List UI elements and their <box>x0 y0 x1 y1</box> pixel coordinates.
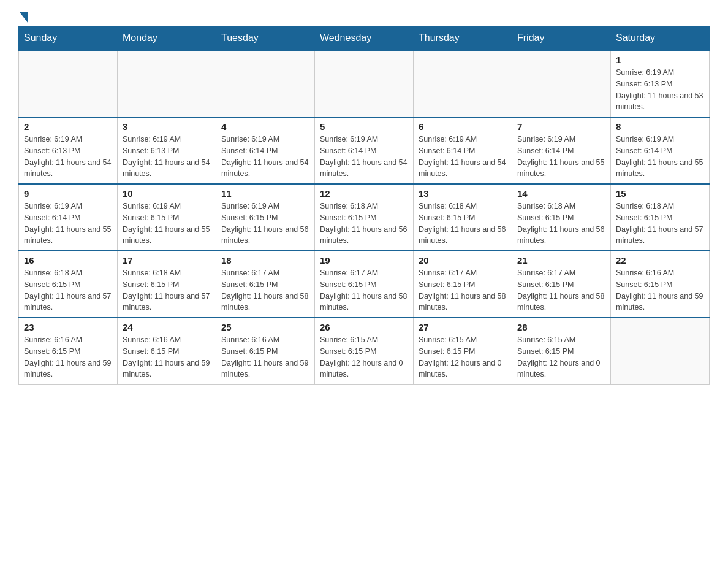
day-number: 3 <box>123 121 211 132</box>
day-info: Sunrise: 6:15 AM Sunset: 6:15 PM Dayligh… <box>320 334 408 380</box>
calendar-cell: 2Sunrise: 6:19 AM Sunset: 6:13 PM Daylig… <box>19 117 118 184</box>
calendar-cell <box>512 50 611 117</box>
calendar-cell: 8Sunrise: 6:19 AM Sunset: 6:14 PM Daylig… <box>611 117 710 184</box>
calendar-cell: 26Sunrise: 6:15 AM Sunset: 6:15 PM Dayli… <box>315 318 414 385</box>
day-number: 8 <box>616 121 704 132</box>
calendar-cell: 20Sunrise: 6:17 AM Sunset: 6:15 PM Dayli… <box>414 251 512 318</box>
day-header-friday: Friday <box>512 26 611 51</box>
calendar-cell <box>315 50 414 117</box>
day-info: Sunrise: 6:17 AM Sunset: 6:15 PM Dayligh… <box>419 267 507 313</box>
calendar-cell: 13Sunrise: 6:18 AM Sunset: 6:15 PM Dayli… <box>414 184 512 251</box>
day-info: Sunrise: 6:19 AM Sunset: 6:14 PM Dayligh… <box>616 134 704 180</box>
calendar-cell: 23Sunrise: 6:16 AM Sunset: 6:15 PM Dayli… <box>19 318 118 385</box>
day-info: Sunrise: 6:19 AM Sunset: 6:13 PM Dayligh… <box>24 134 112 180</box>
day-info: Sunrise: 6:16 AM Sunset: 6:15 PM Dayligh… <box>24 334 112 380</box>
calendar-header-row: SundayMondayTuesdayWednesdayThursdayFrid… <box>19 26 710 51</box>
calendar-cell <box>611 318 710 385</box>
day-info: Sunrise: 6:19 AM Sunset: 6:13 PM Dayligh… <box>616 67 704 113</box>
day-number: 1 <box>616 55 704 65</box>
calendar-cell: 28Sunrise: 6:15 AM Sunset: 6:15 PM Dayli… <box>512 318 611 385</box>
day-info: Sunrise: 6:18 AM Sunset: 6:15 PM Dayligh… <box>517 201 605 247</box>
day-info: Sunrise: 6:16 AM Sunset: 6:15 PM Dayligh… <box>616 267 704 313</box>
day-number: 2 <box>24 121 112 132</box>
calendar-cell: 1Sunrise: 6:19 AM Sunset: 6:13 PM Daylig… <box>611 50 710 117</box>
calendar-cell: 4Sunrise: 6:19 AM Sunset: 6:14 PM Daylig… <box>216 117 315 184</box>
calendar-table: SundayMondayTuesdayWednesdayThursdayFrid… <box>18 26 710 385</box>
day-number: 9 <box>24 188 112 199</box>
day-header-tuesday: Tuesday <box>216 26 315 51</box>
day-number: 19 <box>320 255 408 266</box>
day-number: 14 <box>517 188 605 199</box>
day-number: 28 <box>517 322 605 332</box>
day-info: Sunrise: 6:19 AM Sunset: 6:14 PM Dayligh… <box>221 134 309 180</box>
day-info: Sunrise: 6:18 AM Sunset: 6:15 PM Dayligh… <box>616 201 704 247</box>
calendar-cell: 14Sunrise: 6:18 AM Sunset: 6:15 PM Dayli… <box>512 184 611 251</box>
day-number: 24 <box>123 322 211 332</box>
calendar-cell: 27Sunrise: 6:15 AM Sunset: 6:15 PM Dayli… <box>414 318 512 385</box>
day-number: 11 <box>221 188 309 199</box>
calendar-cell: 12Sunrise: 6:18 AM Sunset: 6:15 PM Dayli… <box>315 184 414 251</box>
day-info: Sunrise: 6:19 AM Sunset: 6:13 PM Dayligh… <box>123 134 211 180</box>
day-number: 26 <box>320 322 408 332</box>
calendar-cell <box>118 50 216 117</box>
day-info: Sunrise: 6:19 AM Sunset: 6:14 PM Dayligh… <box>517 134 605 180</box>
calendar-cell: 15Sunrise: 6:18 AM Sunset: 6:15 PM Dayli… <box>611 184 710 251</box>
day-info: Sunrise: 6:19 AM Sunset: 6:15 PM Dayligh… <box>221 201 309 247</box>
logo-arrow-icon <box>20 12 28 23</box>
calendar-cell: 21Sunrise: 6:17 AM Sunset: 6:15 PM Dayli… <box>512 251 611 318</box>
calendar-cell: 3Sunrise: 6:19 AM Sunset: 6:13 PM Daylig… <box>118 117 216 184</box>
calendar-cell: 22Sunrise: 6:16 AM Sunset: 6:15 PM Dayli… <box>611 251 710 318</box>
day-number: 7 <box>517 121 605 132</box>
calendar-cell <box>216 50 315 117</box>
calendar-cell: 19Sunrise: 6:17 AM Sunset: 6:15 PM Dayli… <box>315 251 414 318</box>
calendar-cell: 9Sunrise: 6:19 AM Sunset: 6:14 PM Daylig… <box>19 184 118 251</box>
day-info: Sunrise: 6:19 AM Sunset: 6:14 PM Dayligh… <box>419 134 507 180</box>
calendar-cell: 17Sunrise: 6:18 AM Sunset: 6:15 PM Dayli… <box>118 251 216 318</box>
day-info: Sunrise: 6:18 AM Sunset: 6:15 PM Dayligh… <box>24 267 112 313</box>
day-header-monday: Monday <box>118 26 216 51</box>
calendar-cell: 10Sunrise: 6:19 AM Sunset: 6:15 PM Dayli… <box>118 184 216 251</box>
calendar-cell: 18Sunrise: 6:17 AM Sunset: 6:15 PM Dayli… <box>216 251 315 318</box>
day-info: Sunrise: 6:17 AM Sunset: 6:15 PM Dayligh… <box>221 267 309 313</box>
day-info: Sunrise: 6:17 AM Sunset: 6:15 PM Dayligh… <box>517 267 605 313</box>
page-header <box>18 12 710 20</box>
day-info: Sunrise: 6:17 AM Sunset: 6:15 PM Dayligh… <box>320 267 408 313</box>
day-number: 27 <box>419 322 507 332</box>
day-number: 23 <box>24 322 112 332</box>
logo <box>18 12 29 20</box>
calendar-week-row: 9Sunrise: 6:19 AM Sunset: 6:14 PM Daylig… <box>19 184 710 251</box>
day-number: 25 <box>221 322 309 332</box>
calendar-cell: 11Sunrise: 6:19 AM Sunset: 6:15 PM Dayli… <box>216 184 315 251</box>
day-info: Sunrise: 6:18 AM Sunset: 6:15 PM Dayligh… <box>123 267 211 313</box>
day-number: 12 <box>320 188 408 199</box>
calendar-week-row: 2Sunrise: 6:19 AM Sunset: 6:13 PM Daylig… <box>19 117 710 184</box>
calendar-week-row: 23Sunrise: 6:16 AM Sunset: 6:15 PM Dayli… <box>19 318 710 385</box>
day-number: 22 <box>616 255 704 266</box>
day-number: 6 <box>419 121 507 132</box>
day-number: 17 <box>123 255 211 266</box>
calendar-cell: 16Sunrise: 6:18 AM Sunset: 6:15 PM Dayli… <box>19 251 118 318</box>
calendar-cell: 7Sunrise: 6:19 AM Sunset: 6:14 PM Daylig… <box>512 117 611 184</box>
calendar-cell: 25Sunrise: 6:16 AM Sunset: 6:15 PM Dayli… <box>216 318 315 385</box>
calendar-cell <box>414 50 512 117</box>
day-info: Sunrise: 6:19 AM Sunset: 6:14 PM Dayligh… <box>24 201 112 247</box>
day-header-wednesday: Wednesday <box>315 26 414 51</box>
day-number: 4 <box>221 121 309 132</box>
calendar-week-row: 16Sunrise: 6:18 AM Sunset: 6:15 PM Dayli… <box>19 251 710 318</box>
day-info: Sunrise: 6:18 AM Sunset: 6:15 PM Dayligh… <box>320 201 408 247</box>
day-number: 15 <box>616 188 704 199</box>
day-number: 5 <box>320 121 408 132</box>
day-info: Sunrise: 6:16 AM Sunset: 6:15 PM Dayligh… <box>221 334 309 380</box>
day-number: 20 <box>419 255 507 266</box>
calendar-cell: 6Sunrise: 6:19 AM Sunset: 6:14 PM Daylig… <box>414 117 512 184</box>
day-info: Sunrise: 6:15 AM Sunset: 6:15 PM Dayligh… <box>419 334 507 380</box>
day-number: 18 <box>221 255 309 266</box>
day-info: Sunrise: 6:18 AM Sunset: 6:15 PM Dayligh… <box>419 201 507 247</box>
day-header-thursday: Thursday <box>414 26 512 51</box>
day-number: 21 <box>517 255 605 266</box>
day-header-sunday: Sunday <box>19 26 118 51</box>
calendar-cell <box>19 50 118 117</box>
day-info: Sunrise: 6:16 AM Sunset: 6:15 PM Dayligh… <box>123 334 211 380</box>
day-info: Sunrise: 6:19 AM Sunset: 6:15 PM Dayligh… <box>123 201 211 247</box>
day-info: Sunrise: 6:15 AM Sunset: 6:15 PM Dayligh… <box>517 334 605 380</box>
